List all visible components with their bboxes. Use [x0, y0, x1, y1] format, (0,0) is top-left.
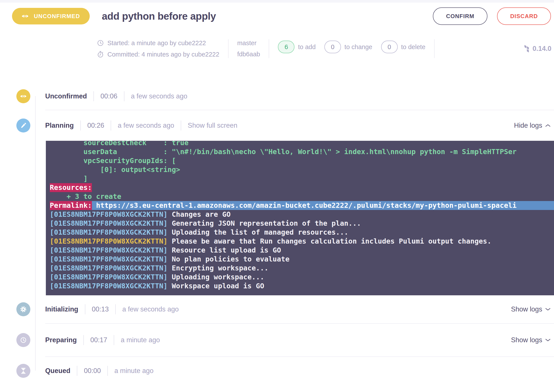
divider [85, 304, 85, 314]
log-text: vpcSecurityGroupIds: [ [50, 156, 176, 165]
log-run-id: [01ES8NBM17PF8P0W8XGCK2KTTN] [50, 264, 168, 273]
divider [111, 120, 111, 131]
log-run-id: [01ES8NBM17PF8P0W8XGCK2KTTN] [50, 210, 168, 219]
run-detail-page: UNCONFIRMED add python before apply CONF… [0, 3, 554, 385]
stage-duration: 00:26 [87, 122, 104, 129]
divider [114, 335, 114, 345]
divider [80, 120, 81, 131]
hide-logs-label: Hide logs [514, 122, 542, 129]
to-delete-count: 0 to delete [381, 41, 425, 53]
change-counts: 6 to add 0 to change 0 to delete [278, 39, 425, 58]
show-logs-label: Show logs [511, 305, 542, 313]
to-add-count: 6 to add [278, 41, 316, 53]
page-title: add python before apply [102, 10, 433, 22]
header-buttons: CONFIRM DISCARD [433, 7, 551, 25]
divider [269, 39, 269, 58]
status-badge: UNCONFIRMED [12, 8, 90, 24]
divider [181, 120, 181, 131]
stage-row-initializing: Initializing 00:13 a few seconds ago Sho… [12, 295, 554, 323]
terraform-version-text: 0.14.0 [533, 45, 551, 53]
committed-text: Committed: 4 minutes ago by cube2222 [107, 51, 219, 58]
log-line: [01ES8NBM17PF8P0W8XGCK2KTTN] Uploading t… [50, 228, 554, 237]
chevron-down-icon [545, 338, 551, 342]
log-text: No plan policies to evaluate [168, 255, 289, 264]
log-line: [01ES8NBM17PF8P0W8XGCK2KTTN] Encrypting … [50, 264, 554, 273]
branch-name[interactable]: master [237, 40, 257, 47]
terminal-log[interactable]: sourceDestCheck : true userData : "\n#!/… [46, 141, 554, 295]
show-logs-label: Show logs [511, 336, 542, 344]
show-logs-toggle[interactable]: Show logs [511, 305, 551, 313]
log-run-id: [01ES8NBM17PF8P0W8XGCK2KTTN] [50, 273, 168, 281]
log-line: [0]: output<string> [50, 165, 554, 174]
log-highlight-label: Permalink: [50, 201, 92, 210]
stopwatch-icon [97, 51, 104, 58]
clock-icon [16, 333, 30, 347]
stage-timestamp: a few seconds ago [122, 305, 179, 313]
log-line: [01ES8NBM17PF8P0W8XGCK2KTTN] Please be a… [50, 237, 554, 246]
meta-git: master fdb6aab [237, 39, 260, 58]
header: UNCONFIRMED add python before apply CONF… [12, 3, 554, 25]
started-text: Started: a minute ago by cube2222 [107, 40, 206, 47]
divider [434, 39, 435, 58]
stage-name: Preparing [45, 336, 77, 344]
stage-row-planning: Planning 00:26 a few seconds ago Show fu… [12, 110, 554, 141]
terraform-logo-icon [523, 45, 530, 53]
show-full-screen-link[interactable]: Show full screen [188, 122, 237, 129]
meta-times: Started: a minute ago by cube2222 Commit… [97, 39, 219, 58]
divider [83, 335, 84, 345]
stage-name: Initializing [45, 305, 78, 313]
run-stages: Unconfirmed 00:06 a few seconds ago Plan… [12, 83, 554, 385]
log-text: Encrypting workspace... [168, 264, 268, 273]
log-run-id: [01ES8NBM17PF8P0W8XGCK2KTTN] [50, 237, 168, 246]
log-run-id: [01ES8NBM17PF8P0W8XGCK2KTTN] [50, 281, 168, 291]
stage-timestamp: a few seconds ago [118, 122, 174, 129]
log-line: [01ES8NBM17PF8P0W8XGCK2KTTN] Uploading w… [50, 273, 554, 281]
commit-sha[interactable]: fdb6aab [237, 51, 260, 58]
log-line: + 3 to create [50, 192, 554, 201]
log-line: sourceDestCheck : true [50, 141, 554, 147]
stage-duration: 00:17 [90, 336, 107, 344]
log-line: Resources: [50, 183, 554, 192]
log-text: Workspace upload is GO [168, 281, 264, 291]
to-change-count: 0 to change [324, 41, 372, 53]
discard-button[interactable]: DISCARD [497, 7, 551, 25]
stage-row-unconfirmed: Unconfirmed 00:06 a few seconds ago [12, 83, 554, 110]
log-line: ] [50, 174, 554, 183]
divider [124, 91, 124, 101]
status-badge-label: UNCONFIRMED [34, 13, 80, 20]
show-logs-toggle[interactable]: Show logs [511, 336, 551, 344]
permalink-link[interactable]: https://s3.eu-central-1.amazonaws.com/am… [92, 201, 554, 210]
stage-timestamp: a minute ago [114, 367, 154, 375]
stage-timestamp: a minute ago [121, 336, 160, 344]
log-highlight-label: Resources: [50, 183, 92, 192]
delete-count-pill: 0 [381, 41, 398, 53]
log-run-id: [01ES8NBM17PF8P0W8XGCK2KTTN] [50, 219, 168, 228]
eye-icon [16, 89, 30, 103]
change-count-pill: 0 [324, 41, 341, 53]
clock-icon [97, 39, 104, 47]
log-text: Changes are GO [168, 210, 231, 219]
log-line: [01ES8NBM17PF8P0W8XGCK2KTTN] Generating … [50, 219, 554, 228]
log-run-id: [01ES8NBM17PF8P0W8XGCK2KTTN] [50, 255, 168, 264]
log-text: userData : "\n#!/bin/bash\necho \"Hello,… [50, 147, 516, 156]
add-count-pill: 6 [278, 41, 295, 53]
run-meta: Started: a minute ago by cube2222 Commit… [97, 39, 552, 58]
log-line: [01ES8NBM17PF8P0W8XGCK2KTTN] Changes are… [50, 210, 554, 219]
log-text: Uploading the list of managed resources.… [168, 228, 348, 237]
stage-duration: 00:06 [100, 92, 117, 100]
hide-logs-toggle[interactable]: Hide logs [514, 122, 551, 129]
chevron-up-icon [545, 124, 551, 127]
stage-duration: 00:13 [92, 305, 109, 313]
log-text: Generating JSON representation of the pl… [168, 219, 361, 228]
log-line: [01ES8NBM17PF8P0W8XGCK2KTTN] Workspace u… [50, 281, 554, 291]
confirm-button[interactable]: CONFIRM [433, 7, 487, 25]
divider [228, 39, 229, 58]
log-text: ] [50, 174, 88, 183]
committed-info: Committed: 4 minutes ago by cube2222 [97, 51, 219, 58]
started-info: Started: a minute ago by cube2222 [97, 39, 219, 47]
divider [115, 304, 116, 314]
eye-icon [22, 14, 28, 19]
change-count-label: to change [344, 43, 372, 51]
terraform-version: 0.14.0 [523, 45, 552, 53]
gear-icon [16, 302, 30, 316]
